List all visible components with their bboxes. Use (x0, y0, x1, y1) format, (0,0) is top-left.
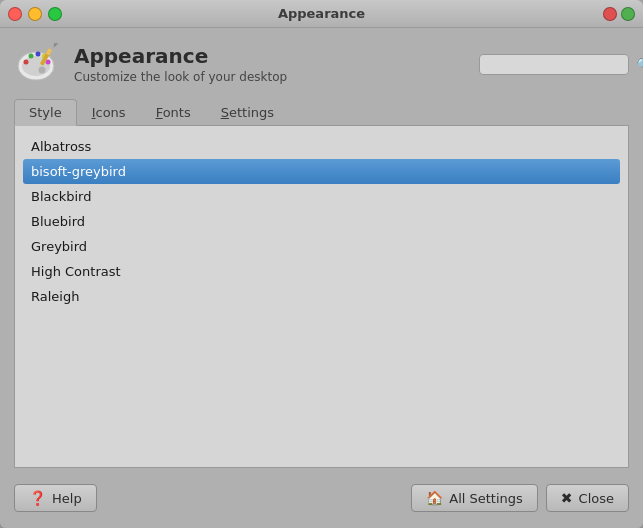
theme-list: Albatross bisoft-greybird Blackbird Blue… (23, 134, 620, 309)
titlebar-right-green[interactable] (621, 7, 635, 21)
tab-settings-label: Settings (221, 105, 274, 120)
tab-icons-label: Icons (92, 105, 126, 120)
list-item[interactable]: Albatross (23, 134, 620, 159)
titlebar-right-red[interactable] (603, 7, 617, 21)
appearance-window: Appearance (0, 0, 643, 528)
app-title-section: Appearance Customize the look of your de… (74, 44, 467, 84)
close-window-button[interactable] (8, 7, 22, 21)
all-settings-icon: 🏠 (426, 490, 443, 506)
list-item[interactable]: bisoft-greybird (23, 159, 620, 184)
tab-fonts[interactable]: Fonts (141, 99, 206, 126)
tab-settings[interactable]: Settings (206, 99, 289, 126)
search-box: 🔍 (479, 54, 629, 75)
svg-point-2 (39, 67, 46, 74)
search-input[interactable] (486, 57, 636, 71)
svg-point-4 (29, 54, 34, 59)
svg-point-3 (24, 60, 29, 65)
list-item[interactable]: Raleigh (23, 284, 620, 309)
tab-icons[interactable]: Icons (77, 99, 141, 126)
app-header: Appearance Customize the look of your de… (14, 40, 629, 88)
tab-fonts-label: Fonts (156, 105, 191, 120)
list-item[interactable]: Bluebird (23, 209, 620, 234)
footer-right-buttons: 🏠 All Settings ✖ Close (411, 484, 629, 512)
app-subtitle: Customize the look of your desktop (74, 70, 467, 84)
search-icon: 🔍 (636, 57, 643, 72)
tab-style-label: Style (29, 105, 62, 120)
theme-panel: Albatross bisoft-greybird Blackbird Blue… (14, 126, 629, 468)
list-item[interactable]: Blackbird (23, 184, 620, 209)
titlebar-right-controls (603, 7, 635, 21)
help-button[interactable]: ❓ Help (14, 484, 97, 512)
close-button[interactable]: ✖ Close (546, 484, 629, 512)
minimize-window-button[interactable] (28, 7, 42, 21)
tab-style[interactable]: Style (14, 99, 77, 126)
search-input-wrap: 🔍 (479, 54, 629, 75)
close-label: Close (579, 491, 614, 506)
all-settings-label: All Settings (449, 491, 523, 506)
window-title: Appearance (278, 6, 365, 21)
help-icon: ❓ (29, 490, 46, 506)
app-icon (14, 40, 62, 88)
close-icon: ✖ (561, 490, 573, 506)
window-controls (8, 7, 62, 21)
maximize-window-button[interactable] (48, 7, 62, 21)
tab-bar: Style Icons Fonts Settings (14, 98, 629, 126)
list-item[interactable]: Greybird (23, 234, 620, 259)
footer: ❓ Help 🏠 All Settings ✖ Close (0, 478, 643, 528)
app-title: Appearance (74, 44, 467, 68)
help-label: Help (52, 491, 82, 506)
list-item[interactable]: High Contrast (23, 259, 620, 284)
main-content: Appearance Customize the look of your de… (0, 28, 643, 478)
all-settings-button[interactable]: 🏠 All Settings (411, 484, 538, 512)
svg-point-5 (36, 52, 41, 57)
svg-marker-10 (52, 41, 58, 48)
titlebar: Appearance (0, 0, 643, 28)
